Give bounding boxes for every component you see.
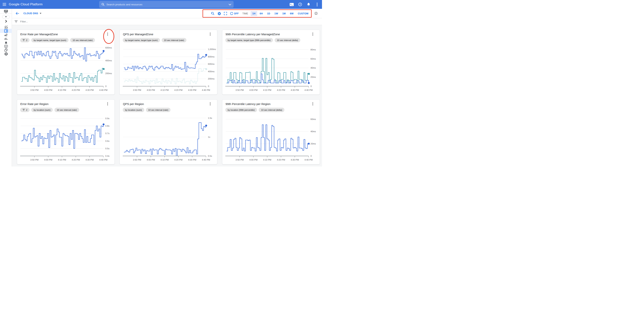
aggregation-chip[interactable]: by location (99th percentile): [225, 108, 257, 112]
time-range-custom[interactable]: CUSTOM: [296, 11, 310, 16]
chart-card: Error Rate per Region2by location (sum)1…: [17, 99, 115, 164]
chevron-down-icon[interactable]: [228, 4, 231, 5]
chart-chips: by location (99th percentile)10 sec inte…: [225, 108, 284, 112]
time-range-6w[interactable]: 6W: [288, 11, 295, 16]
time-range-1d[interactable]: 1D: [265, 11, 272, 16]
chart-plot: 3:50 PM4:00 PM4:10 PM4:20 PM4:30 PM4:40 …: [224, 115, 318, 163]
aggregation-chip[interactable]: 10 sec interval (rate): [54, 108, 79, 112]
sidebar-item-metrics-explorer[interactable]: [0, 25, 12, 29]
more-vert-icon[interactable]: [315, 2, 319, 7]
expand-panel-icon[interactable]: [0, 19, 12, 23]
series-end-dot: [205, 54, 207, 56]
series-end-dot: [102, 123, 104, 125]
svg-text:3:50 PM: 3:50 PM: [30, 89, 38, 91]
svg-text:4:20 PM: 4:20 PM: [277, 89, 285, 91]
aggregation-chip[interactable]: 10 sec interval (delta): [275, 38, 300, 42]
chart-menu-icon[interactable]: [209, 102, 212, 106]
svg-text:3:50 PM: 3:50 PM: [30, 159, 38, 161]
aggregation-chip[interactable]: by target name, target type (sum): [123, 38, 160, 42]
back-button[interactable]: [15, 11, 20, 16]
chart-plot: 3:50 PM4:00 PM4:10 PM4:20 PM4:30 PM4:40 …: [19, 115, 113, 163]
breadcrumb-caret-icon[interactable]: [40, 13, 42, 14]
svg-text:4:20 PM: 4:20 PM: [174, 159, 182, 161]
svg-text:4:00 PM: 4:00 PM: [147, 159, 155, 161]
time-range-1h[interactable]: 1H: [251, 11, 257, 16]
monitoring-logo-icon[interactable]: [0, 9, 12, 13]
svg-text:0: 0: [310, 85, 312, 87]
time-range-1w[interactable]: 1W: [273, 11, 280, 16]
auto-refresh-toggle[interactable]: OFF: [230, 12, 239, 15]
svg-text:4:10 PM: 4:10 PM: [263, 159, 271, 161]
svg-text:0: 0: [105, 85, 106, 87]
search-icon: [102, 3, 104, 6]
series-end-dot: [102, 50, 104, 52]
svg-text:4:10 PM: 4:10 PM: [58, 89, 66, 91]
auto-refresh-state: OFF: [234, 12, 239, 15]
svg-text:4:40 PM: 4:40 PM: [304, 89, 313, 91]
series-end-dot: [205, 125, 207, 127]
svg-text:800ms: 800ms: [208, 55, 214, 58]
svg-text:0.5s: 0.5s: [105, 147, 110, 150]
svg-text:4:10 PM: 4:10 PM: [160, 89, 169, 91]
search-placeholder: Search products and resources: [106, 3, 228, 6]
filter-count-chip[interactable]: 2: [20, 108, 30, 112]
notifications-icon[interactable]: [306, 2, 311, 7]
svg-text:3:50 PM: 3:50 PM: [133, 89, 141, 91]
chart-menu-icon[interactable]: [311, 102, 314, 106]
svg-text:4:10 PM: 4:10 PM: [160, 159, 169, 161]
aggregation-chip[interactable]: by location (sum): [123, 108, 144, 112]
svg-text:40ms: 40ms: [310, 130, 316, 133]
time-range-1m[interactable]: 1M: [280, 11, 288, 16]
app-title[interactable]: Google Cloud Platform: [9, 2, 42, 6]
favorite-star-icon[interactable]: [314, 11, 318, 15]
sidebar-item-services[interactable]: [0, 33, 12, 37]
svg-text:200ms: 200ms: [208, 78, 214, 80]
series-end-dot: [308, 82, 310, 84]
fullscreen-icon[interactable]: [224, 12, 228, 15]
filter-count-chip[interactable]: 2: [20, 38, 30, 42]
svg-text:4:40 PM: 4:40 PM: [304, 159, 313, 161]
aggregation-chip[interactable]: by target name, target type (sum): [31, 38, 68, 42]
aggregation-chip[interactable]: 10 sec interval (rate): [162, 38, 186, 42]
aggregation-chip[interactable]: 10 sec interval (delta): [259, 108, 284, 112]
chart-toolbar: OFF TIME 1H6H1D1W1M6WCUSTOM: [211, 9, 310, 18]
aggregation-chip[interactable]: by target name, target type (99th percen…: [225, 38, 273, 42]
svg-text:0.8s: 0.8s: [105, 125, 110, 127]
svg-text:3:50 PM: 3:50 PM: [236, 89, 244, 91]
auto-refresh-icon: [230, 12, 233, 15]
cloud-shell-icon[interactable]: [290, 2, 294, 7]
chart-chips: by target name, target type (sum)10 sec …: [123, 38, 186, 42]
breadcrumb[interactable]: CLOUD DNS: [24, 12, 38, 15]
filter-icon: [22, 39, 25, 41]
svg-text:4:40 PM: 4:40 PM: [99, 159, 108, 161]
svg-text:4:40 PM: 4:40 PM: [99, 89, 108, 91]
zoom-reset-icon[interactable]: [211, 12, 215, 15]
svg-text:0.6s: 0.6s: [105, 140, 110, 142]
chart-card: QPS per ManagedZoneby target name, targe…: [120, 30, 217, 95]
svg-text:0.4s: 0.4s: [105, 155, 110, 157]
svg-text:4:20 PM: 4:20 PM: [72, 159, 80, 161]
svg-text:1s: 1s: [208, 136, 210, 138]
search-input[interactable]: Search products and resources: [99, 1, 234, 8]
chart-plot: 3:50 PM4:00 PM4:10 PM4:20 PM4:30 PM4:40 …: [224, 45, 318, 93]
chart-menu-icon[interactable]: [311, 32, 314, 36]
time-range-6h[interactable]: 6H: [258, 11, 264, 16]
help-icon[interactable]: ?: [298, 2, 302, 7]
chart-menu-icon[interactable]: [106, 102, 109, 106]
aggregation-chip[interactable]: 10 sec interval (rate): [70, 38, 95, 42]
workspace-selector[interactable]: [2, 15, 10, 18]
sidebar-item-reports[interactable]: [0, 37, 12, 41]
settings-gear-icon[interactable]: [217, 12, 221, 15]
svg-text:1.5s: 1.5s: [208, 117, 212, 119]
filter-input[interactable]: Filter...: [20, 20, 322, 23]
app-header: Google Cloud Platform Search products an…: [0, 0, 322, 9]
svg-text:400ms: 400ms: [105, 59, 112, 62]
aggregation-chip[interactable]: 10 sec interval (rate): [146, 108, 171, 112]
sidebar-item-dashboards[interactable]: [0, 29, 12, 33]
menu-icon[interactable]: [0, 0, 9, 9]
svg-text:4:30 PM: 4:30 PM: [291, 159, 299, 161]
chart-menu-icon[interactable]: [209, 32, 212, 36]
chart-menu-icon[interactable]: [106, 32, 109, 36]
aggregation-chip[interactable]: by location (sum): [31, 108, 53, 112]
sidebar-item-settings[interactable]: [0, 52, 12, 56]
